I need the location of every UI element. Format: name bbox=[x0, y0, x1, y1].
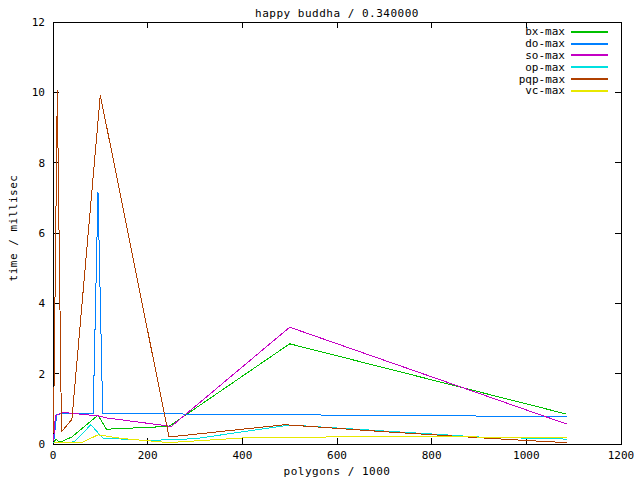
y-tick-label: 4 bbox=[38, 297, 45, 310]
series-line-bx-max bbox=[54, 344, 567, 443]
y-tick-label: 0 bbox=[38, 438, 45, 451]
legend-label: op-max bbox=[525, 62, 565, 73]
x-tick-label: 600 bbox=[327, 449, 347, 462]
series-line-op-max bbox=[54, 425, 567, 443]
series-line-do-max bbox=[54, 192, 567, 440]
y-tick-label: 2 bbox=[38, 368, 45, 381]
legend-label: do-max bbox=[525, 38, 565, 49]
x-tick-label: 400 bbox=[232, 449, 252, 462]
legend-label: vc-max bbox=[525, 85, 565, 96]
legend-line-sample bbox=[571, 31, 608, 33]
legend-item-pqp-max: pqp-max bbox=[420, 73, 608, 85]
legend-label: pqp-max bbox=[519, 74, 565, 85]
y-tick-label: 10 bbox=[32, 86, 45, 99]
legend-line-sample bbox=[571, 43, 608, 45]
series-line-so-max bbox=[54, 327, 567, 441]
legend: bx-maxdo-maxso-maxop-maxpqp-maxvc-max bbox=[420, 26, 608, 97]
x-tick-label: 1200 bbox=[608, 449, 635, 462]
legend-label: so-max bbox=[525, 50, 565, 61]
x-tick-label: 1000 bbox=[513, 449, 540, 462]
legend-label: bx-max bbox=[525, 26, 565, 37]
legend-line-sample bbox=[571, 90, 608, 92]
y-tick-label: 8 bbox=[38, 157, 45, 170]
x-tick-label: 800 bbox=[422, 449, 442, 462]
legend-item-do-max: do-max bbox=[420, 38, 608, 50]
y-tick-label: 6 bbox=[38, 227, 45, 240]
legend-item-op-max: op-max bbox=[420, 61, 608, 73]
y-tick-label: 12 bbox=[32, 16, 45, 29]
legend-item-bx-max: bx-max bbox=[420, 26, 608, 38]
x-tick-label: 0 bbox=[50, 449, 57, 462]
chart-figure: happy buddha / 0.340000 time / millisec … bbox=[0, 0, 640, 480]
x-tick-label: 200 bbox=[138, 449, 158, 462]
legend-line-sample bbox=[571, 78, 608, 80]
legend-line-sample bbox=[571, 54, 608, 56]
legend-line-sample bbox=[571, 66, 608, 68]
legend-item-vc-max: vc-max bbox=[420, 85, 608, 97]
series-line-pqp-max bbox=[54, 90, 567, 443]
legend-item-so-max: so-max bbox=[420, 50, 608, 62]
